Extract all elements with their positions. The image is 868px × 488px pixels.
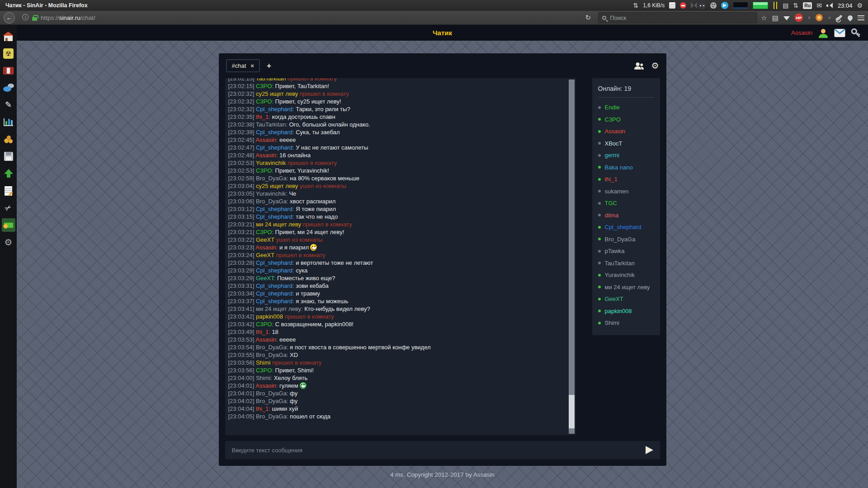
send-icon[interactable] <box>646 446 653 454</box>
system-meter-widget[interactable] <box>753 2 768 9</box>
load-bars-widget[interactable] <box>773 2 778 9</box>
online-user-item[interactable]: Baka nano <box>598 164 654 171</box>
chat-message: [23:02:39] Cpl_shephard: Сука, ты заебал <box>228 128 564 136</box>
chat-scrollbar-thumb[interactable] <box>569 395 575 428</box>
online-user-item[interactable]: thi_1 <box>598 176 654 183</box>
user-status-dot <box>598 286 601 288</box>
tasklist-tray-icon[interactable]: ▤ <box>783 2 788 9</box>
devtools-wrench-icon[interactable] <box>836 14 842 21</box>
user-status-dot <box>598 166 601 169</box>
online-user-item[interactable]: Assasin <box>598 128 654 135</box>
chat-nick: Bro_DyaGa <box>256 390 287 397</box>
network-graph-widget[interactable] <box>733 2 748 9</box>
volume-icon[interactable] <box>826 3 833 9</box>
url-bar[interactable]: ⓘ https://sinair.ru/chat/ ↻ <box>19 14 594 22</box>
dock-edit-document-icon[interactable] <box>2 184 15 197</box>
online-user-item[interactable]: Yuravinchik <box>598 272 654 278</box>
profile-icon[interactable] <box>818 28 829 38</box>
dock-pencil-icon[interactable]: ✎ <box>2 98 15 112</box>
page-info-icon[interactable]: ⓘ <box>22 14 28 22</box>
mail-tray-icon[interactable]: ✉ <box>816 2 822 9</box>
greasemonkey-caret-icon[interactable]: ∨ <box>828 15 831 20</box>
bookmark-star-icon[interactable]: ☆ <box>761 14 767 21</box>
updown-arrows-icon[interactable]: ⇅ <box>793 2 798 9</box>
users-icon[interactable] <box>634 62 644 70</box>
chat-message: [23:02:35] thi_1: когда достроишь спавн <box>228 113 564 121</box>
telegram-tray-icon[interactable] <box>721 2 728 9</box>
reload-icon[interactable]: ↻ <box>585 14 591 22</box>
online-user-item[interactable]: Cpl_shephard <box>598 224 654 230</box>
online-user-name: C3PO <box>605 116 621 123</box>
user-status-dot <box>598 250 601 253</box>
online-user-item[interactable]: papkin008 <box>598 308 654 314</box>
dock-radiation-icon[interactable]: ☢ <box>2 47 15 60</box>
online-user-item[interactable]: dilma <box>598 212 654 219</box>
key-icon[interactable] <box>851 28 861 38</box>
online-user-item[interactable]: C3PO <box>598 116 654 123</box>
online-user-item[interactable]: XBocT <box>598 140 654 147</box>
back-button[interactable]: ← <box>4 12 15 23</box>
paw-tray-icon[interactable] <box>710 2 717 9</box>
chat-message: [23:02:48] Assasin: 16 онлайна <box>228 151 564 159</box>
tab-chat[interactable]: #chat × <box>226 59 260 72</box>
online-user-item[interactable]: Bro_DyaGa <box>598 236 654 243</box>
user-status-dot <box>598 262 601 264</box>
clock[interactable]: 23:04 <box>838 2 853 9</box>
user-status-dot <box>598 118 601 121</box>
session-gear-icon[interactable]: ⚙ <box>857 2 863 9</box>
chat-message: [23:03:22] GeeXT ушел из комнаты <box>228 236 564 244</box>
dock-home-icon[interactable] <box>2 29 15 43</box>
mail-icon[interactable] <box>834 29 845 37</box>
dock-floppy-icon[interactable] <box>2 150 15 163</box>
online-user-name: thi_1 <box>605 176 618 183</box>
chat-nick: Cpl_shephard <box>256 106 292 113</box>
https-lock-icon[interactable] <box>32 17 37 21</box>
keyboard-layout-indicator[interactable]: Ru <box>803 2 812 9</box>
message-input[interactable] <box>232 447 640 454</box>
system-tray: ⇅ 1,6 KiB/s ▤ ⇅ Ru ✉ 23:04 ⚙ <box>633 2 863 9</box>
dock-money-icon[interactable] <box>2 218 15 232</box>
online-user-item[interactable]: Endie <box>598 104 654 111</box>
bookmarks-list-icon[interactable]: ▤ <box>772 14 778 21</box>
dock-coins-icon[interactable] <box>2 132 15 146</box>
add-tab-button[interactable]: + <box>267 61 271 70</box>
chat-panel: #chat × + ⚙ [23:02:15] TauTarkitan прише… <box>219 53 666 466</box>
dock-upload-icon[interactable] <box>2 167 15 180</box>
online-user-item[interactable]: pTawka <box>598 248 654 254</box>
greasemonkey-icon[interactable] <box>816 14 823 21</box>
browser-search-box[interactable]: Поиск <box>598 12 757 23</box>
chat-nick: Assasin <box>255 382 276 389</box>
online-user-item[interactable]: sukamen <box>598 188 654 195</box>
user-status-dot <box>598 106 601 109</box>
online-user-item[interactable]: TGC <box>598 200 654 206</box>
drop-addon-icon[interactable] <box>847 14 854 21</box>
user-status-dot <box>598 322 601 324</box>
site-footer: 4 ms, Copyright 2012-2017 by Assasin <box>17 471 868 478</box>
dock-settings-icon[interactable]: ⚙ <box>2 235 15 249</box>
downloads-icon[interactable] <box>783 16 790 20</box>
do-not-disturb-icon[interactable] <box>680 2 686 9</box>
online-user-name: dilma <box>605 212 619 219</box>
online-user-item[interactable]: germi <box>598 152 654 159</box>
adblock-caret-icon[interactable]: ∨ <box>808 15 811 20</box>
dock-accordion-icon[interactable] <box>2 64 15 77</box>
notes-tray-icon[interactable] <box>669 2 675 9</box>
chat-settings-gear-icon[interactable]: ⚙ <box>651 61 659 70</box>
discord-tray-icon[interactable] <box>698 2 706 9</box>
dock-chat-icon[interactable] <box>2 81 15 94</box>
adblock-icon[interactable]: ABP <box>795 14 803 22</box>
user-status-dot <box>598 238 601 240</box>
online-user-item[interactable]: GeeXT <box>598 296 654 302</box>
user-status-dot <box>598 226 601 229</box>
online-user-item[interactable]: TauTarkitan <box>598 260 654 267</box>
current-username[interactable]: Assasin <box>791 29 812 36</box>
bowtie-tray-icon[interactable] <box>691 2 694 9</box>
hamburger-menu-icon[interactable] <box>858 15 864 20</box>
online-user-item[interactable]: Shimi <box>598 319 654 326</box>
online-user-item[interactable]: ми 24 ищет леву <box>598 284 654 291</box>
net-traffic-icon[interactable]: ⇅ <box>633 2 638 9</box>
chat-scrollbar[interactable] <box>569 80 575 434</box>
tab-close-icon[interactable]: × <box>250 63 254 69</box>
dock-scissors-icon[interactable]: ✂ <box>2 201 15 215</box>
dock-chart-icon[interactable] <box>2 115 15 129</box>
